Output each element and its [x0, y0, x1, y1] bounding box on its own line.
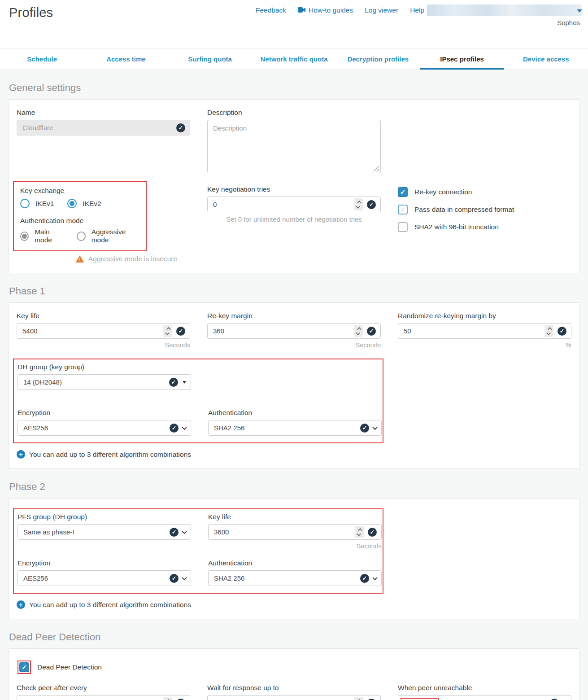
- name-input: Cloudflare ✓: [17, 120, 190, 136]
- valid-check-icon: ✓: [176, 699, 185, 700]
- add-icon[interactable]: +: [17, 600, 25, 609]
- radio-ikev1[interactable]: IKEv1: [20, 199, 54, 208]
- tab-device-access[interactable]: Device access: [504, 48, 588, 70]
- rekey-margin-label: Re-key margin: [207, 312, 381, 320]
- annotation-box-dpd-checkbox: ✓: [17, 661, 31, 674]
- rekey-margin-input[interactable]: 360 ✓: [207, 323, 381, 339]
- chevron-down-icon: [182, 575, 187, 580]
- tab-bar: Schedule Access time Surfing quota Netwo…: [0, 48, 588, 70]
- howto-guides-link[interactable]: How-to guides: [298, 6, 353, 14]
- pfs-group-select[interactable]: Same as phase-I ✓: [17, 524, 191, 540]
- phase2-card: PFS group (DH group) Same as phase-I ✓ K…: [9, 498, 579, 619]
- p2-authentication-select[interactable]: SHA2 256 ✓: [208, 570, 382, 586]
- p2-add-combination: + You can add up to 3 different algorith…: [17, 600, 571, 609]
- tab-surfing-quota[interactable]: Surfing quota: [168, 48, 252, 70]
- check-peer-input[interactable]: 30 ✓: [17, 695, 190, 700]
- valid-check-icon: ✓: [367, 327, 376, 336]
- number-stepper[interactable]: [354, 325, 363, 337]
- p1-encryption-select[interactable]: AES256 ✓: [17, 420, 191, 436]
- description-textarea[interactable]: Description: [207, 120, 381, 173]
- annotation-box-phase2-algorithms: PFS group (DH group) Same as phase-I ✓ K…: [13, 508, 383, 594]
- chevron-down-icon: [182, 529, 187, 534]
- randomize-input[interactable]: 50 ✓: [398, 323, 571, 339]
- log-viewer-link[interactable]: Log viewer: [365, 6, 398, 14]
- dpd-checkbox[interactable]: ✓: [19, 662, 29, 672]
- p1-authentication-select[interactable]: SHA2 256 ✓: [208, 420, 382, 436]
- warning-icon: !: [76, 255, 84, 262]
- chevron-down-icon: [182, 424, 187, 429]
- radio-ikev2[interactable]: IKEv2: [67, 199, 101, 208]
- key-negotiation-input[interactable]: 0 ✓: [207, 197, 381, 212]
- dh-group-select[interactable]: 14 (DH2048) ✓: [17, 374, 191, 390]
- chevron-down-icon: [577, 9, 582, 13]
- radio-selected-icon: [67, 199, 77, 208]
- phase2-heading: Phase 2: [9, 481, 579, 493]
- tab-decryption-profiles[interactable]: Decryption profiles: [336, 48, 420, 70]
- p2-key-life-input[interactable]: 3600 ✓: [208, 524, 382, 540]
- p2-authentication-label: Authentication: [208, 559, 382, 567]
- page-header: Profiles Feedback How-to guides Log view…: [0, 0, 588, 48]
- p2-encryption-select[interactable]: AES256 ✓: [17, 570, 191, 586]
- tab-ipsec-profiles[interactable]: IPsec profiles: [420, 48, 504, 70]
- general-settings-card: Name Cloudflare ✓ Description Descriptio…: [9, 99, 579, 273]
- number-stepper[interactable]: [163, 697, 172, 700]
- resize-grip-icon[interactable]: [373, 166, 379, 171]
- rekey-margin-unit: Seconds: [207, 341, 381, 349]
- valid-check-icon: ✓: [558, 327, 566, 336]
- tab-schedule[interactable]: Schedule: [0, 48, 84, 70]
- valid-check-icon: ✓: [170, 424, 179, 433]
- checkbox-pass-data-compressed[interactable]: ✓ Pass data in compressed format: [398, 205, 571, 214]
- valid-check-icon: ✓: [367, 699, 376, 700]
- annotation-box-key-exchange: Key exchange IKEv1 IKEv2 Authentication …: [13, 181, 147, 251]
- number-stepper[interactable]: [354, 697, 363, 700]
- user-account-dropdown[interactable]: [427, 4, 582, 16]
- p1-key-life-unit: Seconds: [17, 341, 190, 349]
- chevron-down-icon: [372, 424, 377, 429]
- p1-key-life-input[interactable]: 5400 ✓: [17, 323, 190, 339]
- dh-group-label: DH group (key group): [17, 363, 191, 371]
- check-peer-label: Check peer after every: [17, 684, 190, 692]
- annotation-box-reinitiate: Re-initiate: [401, 698, 439, 700]
- brand-label: Sophos: [557, 19, 580, 26]
- tab-network-traffic-quota[interactable]: Network traffic quota: [252, 48, 336, 70]
- when-unreachable-select[interactable]: Re-initiate ✓: [398, 695, 571, 700]
- tab-access-time[interactable]: Access time: [84, 48, 168, 70]
- number-stepper[interactable]: [544, 325, 553, 337]
- radio-icon: [20, 199, 30, 208]
- valid-check-icon: ✓: [170, 574, 179, 583]
- feedback-link[interactable]: Feedback: [256, 6, 286, 14]
- checkbox-checked-icon: ✓: [398, 187, 408, 197]
- valid-check-icon: ✓: [360, 424, 369, 433]
- key-negotiation-label: Key negotiation tries: [207, 185, 381, 193]
- add-icon[interactable]: +: [17, 450, 25, 459]
- key-negotiation-helper: Set 0 for unlimited number of negotiatio…: [207, 215, 381, 223]
- number-stepper[interactable]: [355, 526, 364, 538]
- dpd-toggle-label: Dead Peer Detection: [37, 663, 102, 671]
- help-link[interactable]: Help: [410, 6, 424, 14]
- annotation-box-phase1-algorithms: DH group (key group) 14 (DH2048) ✓ Encry…: [13, 359, 383, 443]
- phase1-heading: Phase 1: [9, 285, 579, 297]
- number-stepper[interactable]: [163, 325, 172, 337]
- valid-check-icon: ✓: [360, 574, 369, 583]
- valid-check-icon: ✓: [170, 528, 179, 537]
- p1-add-combination: + You can add up to 3 different algorith…: [17, 450, 571, 459]
- header-links: Feedback How-to guides Log viewer Help: [256, 6, 424, 14]
- chevron-down-icon: [372, 575, 377, 580]
- p1-key-life-label: Key life: [17, 312, 190, 320]
- number-stepper[interactable]: [354, 198, 363, 210]
- dpd-heading: Dead Peer Detection: [9, 631, 579, 643]
- radio-aggressive-mode: Aggressive mode: [77, 228, 139, 244]
- pfs-group-label: PFS group (DH group): [17, 513, 191, 521]
- phase1-card: Key life 5400 ✓ Seconds Re-key margin 36…: [9, 302, 579, 469]
- general-settings-heading: General settings: [9, 82, 579, 94]
- checkbox-rekey-connection[interactable]: ✓ Re-key connection: [398, 187, 571, 197]
- wait-response-input[interactable]: 120 ✓: [207, 695, 381, 700]
- dropdown-triangle-icon: [183, 381, 186, 384]
- dpd-card: ✓ Dead Peer Detection Check peer after e…: [9, 648, 579, 700]
- checkbox-disabled-icon: ✓: [398, 222, 408, 232]
- randomize-unit: %: [398, 341, 571, 349]
- radio-main-mode: Main mode: [20, 228, 65, 244]
- checkbox-sha2-truncation: ✓ SHA2 with 96-bit truncation: [398, 222, 571, 232]
- auth-mode-label: Authentication mode: [20, 217, 139, 225]
- name-label: Name: [17, 109, 190, 117]
